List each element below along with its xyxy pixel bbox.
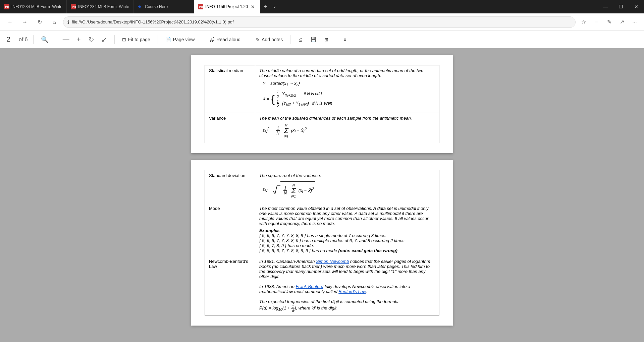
lock-icon: ℹ	[67, 19, 69, 25]
sign-button[interactable]: ✎	[604, 17, 614, 27]
tab-label-4: INFO-1156 Project 1.20	[205, 4, 248, 9]
read-view-button[interactable]: ≡	[591, 17, 602, 27]
new-tab-button[interactable]: +	[260, 0, 271, 13]
toolbar-separator-2	[56, 35, 56, 44]
zoom-in-button[interactable]: +	[73, 34, 85, 46]
save-icon: 💾	[311, 37, 316, 42]
toolbar-separator-6	[248, 35, 248, 44]
tab-close-button[interactable]: ✕	[250, 4, 256, 9]
svg-text:PDF: PDF	[5, 5, 9, 9]
table-row: Statistical median The middle value of a…	[205, 65, 439, 113]
tab-favicon-pdf: PDF	[4, 4, 9, 9]
more-button[interactable]: ···	[629, 17, 640, 27]
tab-favicon-pdf-3: PDF	[198, 4, 203, 9]
tab-label-1: INFO1234 MLB Form_Winte	[11, 4, 62, 9]
svg-text:PDF: PDF	[199, 5, 203, 9]
zoom-controls: — + ↻ ⤢	[60, 34, 110, 46]
read-aloud-button[interactable]: A) Read aloud	[206, 34, 244, 46]
table-row: Standard deviation The square root of th…	[205, 170, 439, 203]
formula-block: Y = sorted{x1 ··· xn} x̄ = { 12 Y(N+1)/2…	[259, 80, 435, 108]
toolbar-separator-1	[33, 35, 34, 44]
immersive-reader-button[interactable]: ⊞	[321, 34, 332, 46]
term-cell: Newcomb-Benford's Law	[205, 256, 255, 315]
forward-button[interactable]: →	[19, 16, 31, 28]
table-row: Variance The mean of the squared differe…	[205, 113, 439, 143]
page-number: 2	[7, 36, 16, 43]
examples-label: Examples	[259, 228, 280, 233]
maximize-button[interactable]: ❐	[613, 0, 629, 13]
fit-to-page-label: Fit to page	[128, 37, 150, 42]
search-icon: 🔍	[41, 36, 48, 43]
pdf-page-top: Statistical median The middle value of a…	[191, 55, 453, 153]
def-para-1: In 1881, Canadian-American Simon Newcomb…	[259, 259, 430, 279]
search-button[interactable]: 🔍	[38, 34, 52, 46]
toolbar-more-icon: ≡	[343, 37, 346, 42]
cases-block: 12 Y(N+1)/2 if N is odd 12 (YN/2 + Y1+N/…	[277, 90, 332, 108]
tab-info1234-1[interactable]: PDF INFO1234 MLB Form_Winte	[0, 0, 67, 13]
page-view-label: Page view	[173, 37, 195, 42]
table-row: Newcomb-Benford's Law In 1881, Canadian-…	[205, 256, 439, 315]
print-button[interactable]: 🖨	[294, 34, 306, 46]
formula-cases: x̄ = { 12 Y(N+1)/2 if N is odd 12 (YN/	[263, 90, 435, 108]
definitions-table-1: Statistical median The middle value of a…	[205, 65, 439, 143]
example-3: { 5, 6, 7, 8, 9 } has no mode.	[259, 243, 314, 248]
term-cell: Standard deviation	[205, 170, 255, 203]
definition-cell: In 1881, Canadian-American Simon Newcomb…	[255, 256, 439, 315]
pdf-page-2: Standard deviation The square root of th…	[191, 160, 453, 326]
toolbar-separator-3	[114, 35, 115, 44]
variance-formula: sN2 = 1 N N Σ i=1 (xi − x̄)2	[259, 123, 435, 138]
term-cell: Statistical median	[205, 65, 255, 113]
table-row: Mode The most common value obtained in a…	[205, 203, 439, 256]
example-1: { 5, 6, 6, 7, 7, 7, 8, 8, 9 } has a sing…	[259, 233, 386, 238]
titlebar-spacer	[279, 0, 598, 13]
case-line-2: 12 (YN/2 + Y1+N/2) if N is even	[277, 99, 332, 108]
zoom-out-button[interactable]: —	[60, 34, 72, 46]
immersive-icon: ⊞	[324, 37, 328, 42]
fullscreen-button[interactable]: ⤢	[98, 34, 110, 46]
def-text-1: The most common value obtained in a set …	[259, 206, 429, 226]
definitions-table-2: Standard deviation The square root of th…	[205, 170, 439, 316]
rotate-button[interactable]: ↻	[86, 34, 98, 46]
add-notes-icon: ✎	[256, 37, 260, 42]
def-para-2: In 1938, American Frank Benford fully de…	[259, 284, 410, 294]
tab-info1234-2[interactable]: PDF INFO1234 MLB Form_Winte	[67, 0, 133, 13]
toolbar-more-button[interactable]: ≡	[340, 34, 350, 46]
definition-cell: The square root of the variance. sN =	[255, 170, 439, 203]
page-view-icon: 📄	[165, 37, 171, 42]
share-button[interactable]: ↗	[616, 17, 627, 27]
case-line-1: 12 Y(N+1)/2 if N is odd	[277, 90, 332, 99]
add-notes-button[interactable]: ✎ Add notes	[252, 34, 286, 46]
favorite-button[interactable]: ☆	[578, 17, 589, 27]
benfords-law-link[interactable]: Benford's Law	[338, 289, 366, 294]
tab-info1156-active[interactable]: PDF INFO-1156 Project 1.20 ✕	[194, 0, 260, 13]
simon-newcomb-link[interactable]: Simon Newcomb	[316, 259, 349, 264]
save-button[interactable]: 💾	[307, 34, 320, 46]
browser-toolbar-icons: ☆ ≡ ✎ ↗ ···	[578, 17, 640, 27]
close-button[interactable]: ✕	[629, 0, 644, 13]
example-4: { 5, 5, 6, 6, 7, 7, 8, 8, 9, 9 } has no …	[259, 248, 397, 253]
add-notes-label: Add notes	[262, 37, 283, 42]
refresh-button[interactable]: ↻	[34, 16, 46, 28]
pdf-toolbar: 2 of 6 🔍 — + ↻ ⤢ ⊡ Fit to page 📄 Page vi…	[0, 31, 644, 48]
svg-text:PDF: PDF	[72, 5, 76, 9]
tab-dropdown-button[interactable]: ∨	[270, 0, 279, 13]
x-bar: x̄ =	[263, 96, 269, 101]
tab-label-3: Course Hero	[145, 4, 190, 9]
frank-benford-link[interactable]: Frank Benford	[296, 284, 323, 289]
tab-favicon-star: ★	[138, 4, 143, 9]
minimize-button[interactable]: —	[598, 0, 613, 13]
def-text: The mean of the squared differences of e…	[259, 116, 412, 121]
tab-course-hero[interactable]: ★ Course Hero	[133, 0, 194, 13]
print-icon: 🖨	[298, 37, 303, 42]
home-button[interactable]: ⌂	[48, 16, 60, 28]
titlebar: PDF INFO1234 MLB Form_Winte PDF INFO1234…	[0, 0, 644, 13]
term-cell: Mode	[205, 203, 255, 256]
formula-text: P(d) = log10(1 + 1d), where 'd' is the d…	[259, 305, 338, 310]
back-button[interactable]: ←	[4, 16, 16, 28]
fit-to-page-button[interactable]: ⊡ Fit to page	[119, 34, 154, 46]
fit-to-page-icon: ⊡	[122, 37, 126, 42]
pdf-content-area: Statistical median The middle value of a…	[0, 48, 644, 342]
read-aloud-label: Read aloud	[216, 37, 240, 42]
page-view-button[interactable]: 📄 Page view	[162, 34, 198, 46]
address-bar[interactable]: ℹ file:///C:/Users/douha/Desktop/INFO-11…	[63, 16, 576, 28]
